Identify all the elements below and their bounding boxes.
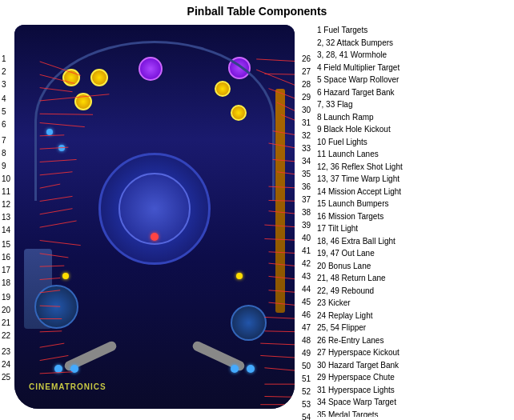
yellow-light-1	[62, 273, 69, 279]
legend-item-34: 34 Space Warp Target	[317, 396, 509, 409]
pinball-table: CINEMATRONICS	[14, 25, 295, 409]
legend-item-21: 21, 48 Return Lane	[317, 272, 509, 285]
legend-item-20: 20 Bonus Lane	[317, 260, 509, 273]
bottom-light-3	[247, 365, 255, 373]
legend-item-13: 13, 37 Time Warp Light	[317, 173, 509, 186]
legend-item-19: 19, 47 Out Lane	[317, 247, 509, 260]
legend-item-24: 24 Replay Light	[317, 310, 509, 322]
cinematronics-label: CINEMATRONICS	[29, 382, 106, 391]
red-light	[151, 233, 159, 241]
right-rail	[275, 89, 285, 313]
legend-item-8: 8 Launch Ramp	[317, 111, 509, 124]
legend-item-25: 25, 54 Flipper	[317, 322, 509, 334]
legend-item-9: 9 Black Hole Kickout	[317, 123, 509, 136]
bottom-light-4	[231, 365, 239, 373]
pinball-area: 1 2 3 4 5 6 7 8 9 10 11 12 13 14 15 16 1…	[0, 21, 312, 413]
bottom-light-1	[54, 365, 62, 373]
legend-item-18: 18, 46 Extra Ball Light	[317, 235, 509, 248]
bottom-light-2	[70, 365, 78, 373]
light-2	[58, 145, 65, 151]
legend-item-26: 26 Re-Entry Lanes	[317, 334, 509, 347]
attack-bumper-1	[215, 81, 231, 97]
legend-item-17: 17 Tilt Light	[317, 222, 509, 235]
legend-item-16: 16 Mission Targets	[317, 210, 509, 223]
legend-item-6: 6 Hazard Target Bank	[317, 86, 509, 99]
main-layout: 1 2 3 4 5 6 7 8 9 10 11 12 13 14 15 16 1…	[0, 21, 514, 417]
page-container: Pinball Table Components 1 2 3 4 5 6 7 8…	[0, 0, 514, 420]
legend-item-14: 14 Mission Accept Light	[317, 186, 509, 198]
light-1	[46, 129, 53, 135]
legend-item-29: 29 Hyperspace Chute	[317, 371, 509, 384]
legend-item-7: 7, 33 Flag	[317, 98, 509, 111]
legend-item-2: 2, 32 Attack Bumpers	[317, 37, 509, 50]
attack-bumper-2	[231, 105, 247, 121]
legend-item-31: 31 Hyperspace Lights	[317, 384, 509, 397]
left-numbers: 1 2 3 4 5 6 7 8 9 10 11 12 13 14 15 16 1…	[2, 53, 10, 384]
legend-item-4: 4 Field Multiplier Target	[317, 62, 509, 74]
legend-item-15: 15 Launch Bumpers	[317, 198, 509, 210]
legend-area: 1 Fuel Targets 2, 32 Attack Bumpers 3, 2…	[312, 21, 514, 417]
yellow-light-2	[236, 273, 243, 279]
legend-item-27: 27 Hyperspace Kickout	[317, 346, 509, 359]
legend-item-23: 23 Kicker	[317, 297, 509, 310]
legend-item-35: 35 Medal Targets	[317, 409, 509, 418]
legend-item-12: 12, 36 Reflex Shot Light	[317, 161, 509, 174]
kicker	[34, 285, 78, 329]
legend-item-5: 5 Space Warp Rollover	[317, 74, 509, 86]
legend-item-3: 3, 28, 41 Wormhole	[317, 49, 509, 62]
kicker-right	[231, 305, 267, 341]
legend-item-22: 22, 49 Rebound	[317, 285, 509, 298]
legend-item-11: 11 Launch Lanes	[317, 148, 509, 161]
legend-item-1: 1 Fuel Targets	[317, 24, 509, 37]
legend-item-30: 30 Hazard Target Bank	[317, 359, 509, 372]
right-numbers: 26 27 28 29 30 31 32 33 34 35 36 37 38 3…	[302, 53, 311, 420]
page-title: Pinball Table Components	[0, 0, 514, 21]
legend-item-10: 10 Fuel Lights	[317, 136, 509, 149]
